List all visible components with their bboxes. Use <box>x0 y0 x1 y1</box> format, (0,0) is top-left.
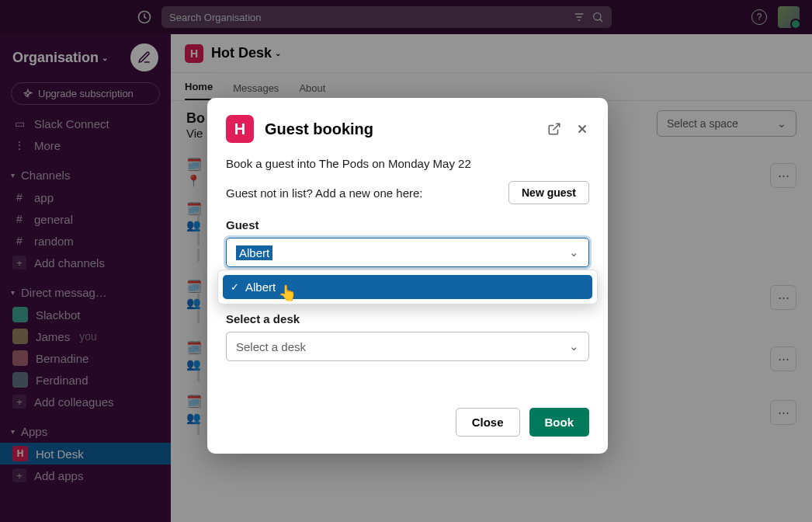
close-button[interactable]: Close <box>456 408 520 437</box>
desk-select[interactable]: Select a desk ⌄ <box>226 332 589 361</box>
dropdown-option-albert[interactable]: ✓ Albert <box>223 275 592 299</box>
chevron-down-icon: ⌄ <box>569 245 579 259</box>
close-icon[interactable] <box>575 122 589 136</box>
check-icon: ✓ <box>231 281 239 293</box>
chevron-down-icon: ⌄ <box>569 339 579 353</box>
guest-dropdown: ✓ Albert <box>217 270 598 304</box>
book-button[interactable]: Book <box>529 408 590 437</box>
modal-title: Guest booking <box>265 120 536 138</box>
popout-icon[interactable] <box>547 122 561 136</box>
guest-select-value: Albert <box>236 245 272 260</box>
guest-booking-modal: H Guest booking Book a guest into The Po… <box>207 98 608 454</box>
not-in-list-text: Guest not in list? Add a new one here: <box>226 186 423 200</box>
desk-label: Select a desk <box>226 312 589 325</box>
guest-label: Guest <box>226 218 589 231</box>
modal-intro: Book a guest into The Pods on Monday May… <box>226 157 589 170</box>
new-guest-button[interactable]: New guest <box>508 181 589 204</box>
hot-desk-icon: H <box>226 115 254 143</box>
guest-select[interactable]: Albert ⌄ ✓ Albert <box>226 238 589 267</box>
